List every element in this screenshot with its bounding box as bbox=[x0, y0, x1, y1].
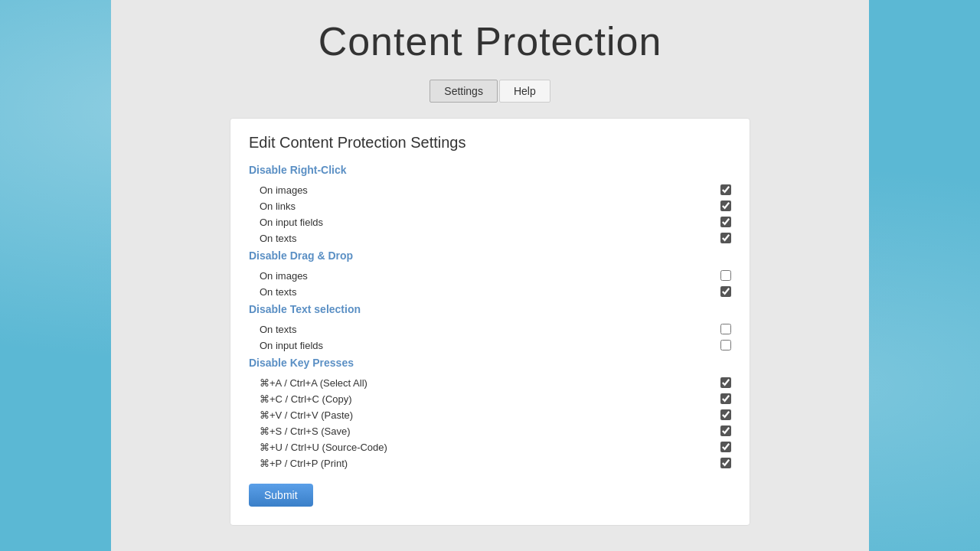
section-disable-drag-drop: Disable Drag & Drop On images On texts bbox=[249, 249, 731, 300]
section-label-text-selection: Disable Text selection bbox=[249, 303, 731, 315]
option-rc-input-fields: On input fields bbox=[249, 214, 731, 230]
option-label-kp-source: ⌘+U / Ctrl+U (Source-Code) bbox=[260, 442, 720, 453]
option-rc-texts: On texts bbox=[249, 230, 731, 246]
checkbox-dd-images[interactable] bbox=[720, 270, 731, 281]
option-kp-copy: ⌘+C / Ctrl+C (Copy) bbox=[249, 391, 731, 407]
option-label-kp-save: ⌘+S / Ctrl+S (Save) bbox=[260, 425, 720, 437]
option-label-rc-input-fields: On input fields bbox=[260, 217, 720, 228]
option-label-kp-select-all: ⌘+A / Ctrl+A (Select All) bbox=[260, 377, 720, 389]
option-kp-print: ⌘+P / Ctrl+P (Print) bbox=[249, 455, 731, 471]
option-rc-images: On images bbox=[249, 182, 731, 198]
section-disable-key-presses: Disable Key Presses ⌘+A / Ctrl+A (Select… bbox=[249, 357, 731, 471]
option-label-dd-texts: On texts bbox=[260, 286, 720, 298]
option-ts-texts: On texts bbox=[249, 321, 731, 337]
section-label-right-click: Disable Right-Click bbox=[249, 164, 731, 176]
submit-button[interactable]: Submit bbox=[249, 484, 313, 507]
option-rc-links: On links bbox=[249, 198, 731, 214]
section-disable-right-click: Disable Right-Click On images On links O… bbox=[249, 164, 731, 246]
option-label-rc-texts: On texts bbox=[260, 233, 720, 244]
section-label-key-presses: Disable Key Presses bbox=[249, 357, 731, 369]
checkbox-kp-paste[interactable] bbox=[720, 409, 731, 420]
option-label-kp-print: ⌘+P / Ctrl+P (Print) bbox=[260, 458, 720, 469]
option-kp-paste: ⌘+V / Ctrl+V (Paste) bbox=[249, 407, 731, 423]
settings-card: Edit Content Protection Settings Disable… bbox=[230, 118, 750, 526]
option-label-kp-copy: ⌘+C / Ctrl+C (Copy) bbox=[260, 393, 720, 405]
section-disable-text-selection: Disable Text selection On texts On input… bbox=[249, 303, 731, 354]
option-label-ts-texts: On texts bbox=[260, 324, 720, 335]
option-ts-input-fields: On input fields bbox=[249, 337, 731, 354]
tab-settings[interactable]: Settings bbox=[430, 80, 498, 103]
option-kp-select-all: ⌘+A / Ctrl+A (Select All) bbox=[249, 375, 731, 391]
checkbox-kp-save[interactable] bbox=[720, 425, 731, 436]
main-container: Content Protection Settings Help Edit Co… bbox=[111, 0, 869, 551]
checkbox-kp-source[interactable] bbox=[720, 442, 731, 452]
checkbox-kp-select-all[interactable] bbox=[720, 377, 731, 388]
option-dd-texts: On texts bbox=[249, 284, 731, 300]
option-kp-source: ⌘+U / Ctrl+U (Source-Code) bbox=[249, 439, 731, 455]
checkbox-rc-images[interactable] bbox=[720, 184, 731, 195]
option-kp-save: ⌘+S / Ctrl+S (Save) bbox=[249, 423, 731, 439]
checkbox-rc-links[interactable] bbox=[720, 201, 731, 211]
option-label-rc-links: On links bbox=[260, 201, 720, 212]
option-label-rc-images: On images bbox=[260, 184, 720, 196]
tab-help[interactable]: Help bbox=[499, 80, 550, 103]
checkbox-rc-texts[interactable] bbox=[720, 233, 731, 243]
option-label-kp-paste: ⌘+V / Ctrl+V (Paste) bbox=[260, 409, 720, 421]
option-dd-images: On images bbox=[249, 268, 731, 284]
checkbox-kp-print[interactable] bbox=[720, 458, 731, 468]
checkbox-kp-copy[interactable] bbox=[720, 393, 731, 404]
option-label-ts-input-fields: On input fields bbox=[260, 340, 720, 351]
checkbox-rc-input-fields[interactable] bbox=[720, 217, 731, 227]
card-title: Edit Content Protection Settings bbox=[249, 134, 731, 152]
section-label-drag-drop: Disable Drag & Drop bbox=[249, 249, 731, 262]
page-title: Content Protection bbox=[318, 18, 662, 64]
option-label-dd-images: On images bbox=[260, 270, 720, 282]
checkbox-dd-texts[interactable] bbox=[720, 286, 731, 297]
checkbox-ts-texts[interactable] bbox=[720, 324, 731, 334]
tab-bar: Settings Help bbox=[430, 80, 550, 103]
checkbox-ts-input-fields[interactable] bbox=[720, 340, 731, 350]
